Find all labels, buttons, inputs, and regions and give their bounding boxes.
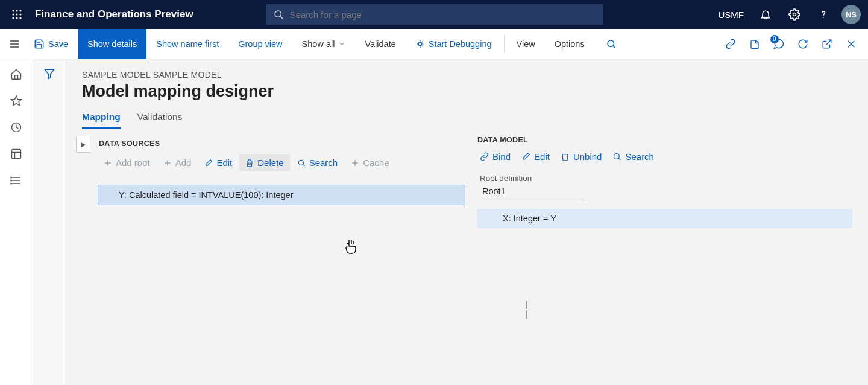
global-search-input[interactable] xyxy=(290,10,596,20)
svg-line-23 xyxy=(418,45,418,46)
bind-button[interactable]: Bind xyxy=(480,151,511,162)
svg-point-5 xyxy=(19,13,21,15)
edit-button[interactable]: Edit xyxy=(198,154,238,171)
svg-marker-41 xyxy=(45,69,54,78)
nav-favorites-icon[interactable] xyxy=(0,88,33,113)
svg-point-46 xyxy=(298,160,303,165)
search-icon xyxy=(612,152,621,161)
view-menu[interactable]: View xyxy=(507,29,545,59)
popout-icon[interactable] xyxy=(815,29,839,59)
help-icon[interactable] xyxy=(810,0,837,29)
show-name-first-button[interactable]: Show name first xyxy=(146,29,228,59)
bell-icon[interactable] xyxy=(752,0,779,29)
svg-rect-32 xyxy=(12,150,21,159)
start-debugging-button[interactable]: Start Debugging xyxy=(406,29,502,59)
add-button[interactable]: Add xyxy=(157,154,198,171)
column-splitter[interactable] xyxy=(523,301,530,319)
separator xyxy=(504,36,505,52)
add-label: Add xyxy=(175,158,192,168)
tab-mapping[interactable]: Mapping xyxy=(82,112,121,129)
hamburger-icon[interactable] xyxy=(8,38,20,50)
bind-label: Bind xyxy=(492,151,511,162)
root-definition-value[interactable]: Root1 xyxy=(482,186,585,199)
pencil-icon xyxy=(204,159,213,167)
dm-edit-button[interactable]: Edit xyxy=(521,151,550,162)
ds-search-button[interactable]: Search xyxy=(291,154,344,171)
svg-line-51 xyxy=(619,158,621,160)
data-source-row[interactable]: Y: Calculated field = INTVALUE(100): Int… xyxy=(98,185,465,205)
svg-point-12 xyxy=(823,17,824,18)
svg-marker-30 xyxy=(11,96,22,106)
svg-point-3 xyxy=(12,13,14,15)
tab-validations[interactable]: Validations xyxy=(137,112,183,129)
messages-icon[interactable]: 0 xyxy=(767,29,791,59)
svg-point-8 xyxy=(19,17,21,19)
unbind-label: Unbind xyxy=(573,151,602,162)
nav-recent-icon[interactable] xyxy=(0,115,33,140)
page-title: Model mapping designer xyxy=(82,82,852,101)
bug-icon xyxy=(415,39,425,49)
refresh-icon[interactable] xyxy=(791,29,815,59)
link-icon[interactable] xyxy=(719,29,743,59)
user-avatar[interactable]: NS xyxy=(841,5,861,24)
unbind-button[interactable]: Unbind xyxy=(561,151,602,162)
attach-icon[interactable] xyxy=(743,29,767,59)
plus-icon xyxy=(351,159,359,167)
dm-search-button[interactable]: Search xyxy=(612,151,654,162)
group-view-button[interactable]: Group view xyxy=(228,29,292,59)
filter-icon[interactable] xyxy=(43,68,55,385)
svg-point-4 xyxy=(16,13,17,15)
save-button[interactable]: Save xyxy=(34,29,78,59)
validate-button[interactable]: Validate xyxy=(355,29,405,59)
start-debugging-label: Start Debugging xyxy=(429,39,492,49)
pencil-icon xyxy=(521,152,530,161)
cache-button[interactable]: Cache xyxy=(345,154,395,171)
company-code[interactable]: USMF xyxy=(712,10,750,20)
svg-line-24 xyxy=(421,42,422,42)
collapse-toggle-icon[interactable]: ▶ xyxy=(76,136,90,153)
svg-point-1 xyxy=(16,10,17,11)
app-launcher-icon[interactable] xyxy=(5,0,29,29)
close-icon[interactable] xyxy=(839,29,863,59)
nav-home-icon[interactable] xyxy=(0,62,33,87)
show-details-button[interactable]: Show details xyxy=(78,29,146,59)
messages-count: 0 xyxy=(770,35,779,43)
plus-icon xyxy=(163,159,172,167)
chevron-down-icon xyxy=(338,40,345,48)
search-icon xyxy=(297,159,306,167)
root-definition-label: Root definition xyxy=(480,174,852,183)
nav-modules-icon[interactable] xyxy=(0,168,33,193)
show-all-dropdown[interactable]: Show all xyxy=(292,29,356,59)
nav-workspaces-icon[interactable] xyxy=(0,141,33,167)
svg-line-10 xyxy=(280,16,282,18)
svg-point-38 xyxy=(11,177,12,178)
dm-edit-label: Edit xyxy=(534,151,550,162)
plus-icon xyxy=(104,159,112,167)
global-search[interactable] xyxy=(266,4,603,25)
svg-point-0 xyxy=(12,10,14,11)
svg-line-27 xyxy=(826,40,831,45)
data-model-row[interactable]: X: Integer = Y xyxy=(477,209,852,228)
save-label: Save xyxy=(48,39,68,49)
delete-button[interactable]: Delete xyxy=(239,154,289,171)
svg-line-21 xyxy=(418,42,418,42)
svg-point-11 xyxy=(793,13,796,16)
app-title: Finance and Operations Preview xyxy=(35,8,193,21)
trash-icon xyxy=(561,152,570,161)
show-all-label: Show all xyxy=(302,39,335,49)
options-menu[interactable]: Options xyxy=(545,29,594,59)
svg-point-50 xyxy=(614,154,620,159)
dm-search-label: Search xyxy=(625,151,654,162)
data-sources-heading: DATA SOURCES xyxy=(82,136,468,154)
gear-icon[interactable] xyxy=(781,0,808,29)
svg-point-7 xyxy=(16,17,17,19)
svg-line-22 xyxy=(421,45,422,46)
edit-label: Edit xyxy=(216,158,232,168)
search-icon xyxy=(273,9,284,20)
breadcrumb: SAMPLE MODEL SAMPLE MODEL xyxy=(82,70,852,80)
add-root-button[interactable]: Add root xyxy=(98,154,156,171)
trash-icon xyxy=(245,159,254,167)
svg-point-16 xyxy=(418,42,421,45)
find-button[interactable] xyxy=(599,29,623,59)
svg-line-47 xyxy=(303,164,304,166)
